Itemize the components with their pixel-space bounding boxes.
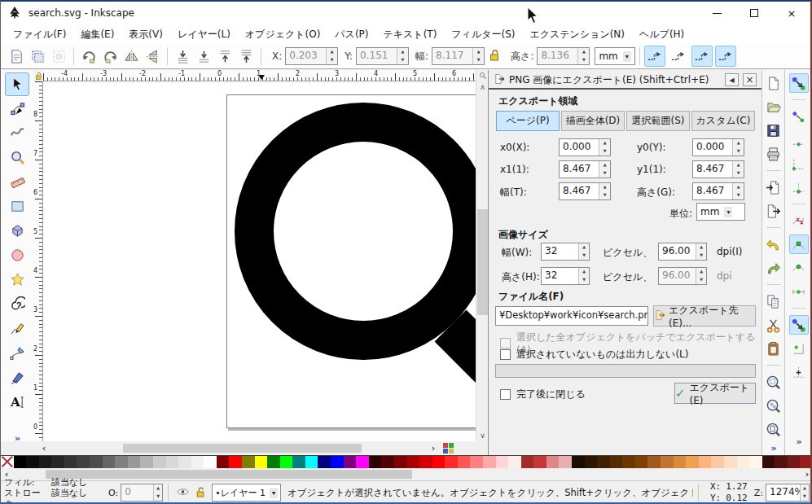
scroll-up-arrow[interactable]: ∧ [476,81,489,93]
spinner-arrows[interactable]: ▲▼ [732,183,744,199]
export-unit-dropdown[interactable]: mm▾ [696,203,745,221]
text-tool[interactable]: A [5,390,29,414]
maximize-button[interactable] [735,2,773,24]
spin-down-icon[interactable]: ▼ [733,147,744,156]
spin-up-icon[interactable]: ▲ [578,48,589,56]
spin-down-icon[interactable]: ▼ [579,252,589,260]
palette-swatch-35[interactable] [445,456,458,468]
palette-swatch-51[interactable] [647,456,661,468]
snap-rotation-center-button[interactable] [789,362,809,382]
rectangle-tool[interactable] [5,195,29,218]
layer-lock-icon[interactable] [195,486,205,500]
print-document-button[interactable] [764,144,783,164]
menu-item-3[interactable]: レイヤー(L) [170,25,238,44]
menu-item-4[interactable]: オブジェクト(O) [238,25,328,44]
area-width-spinner[interactable]: 8.467▲▼ [559,182,611,200]
palette-swatch-10[interactable] [128,456,141,468]
spin-down-icon[interactable]: ▼ [327,56,337,64]
select-all-in-all-layers-button[interactable] [27,46,48,67]
calligraphy-tool[interactable] [5,366,29,389]
box3d-tool[interactable] [5,219,29,243]
snap-cusp-node-button[interactable] [789,234,809,254]
spin-up-icon[interactable]: ▲ [599,139,610,147]
close-when-done-checkbox[interactable]: 完了後に閉じる [500,388,586,401]
spinner-arrows[interactable]: ▲▼ [599,161,610,177]
palette-swatch-18[interactable] [229,456,242,468]
width-spinner[interactable]: 8.117▲▼ [432,47,485,65]
palette-swatch-32[interactable] [407,456,420,468]
palette-swatch-17[interactable] [217,456,230,468]
palette-swatch-19[interactable] [242,456,255,468]
spinner-arrows[interactable]: ▲▼ [397,48,408,64]
palette-swatch-11[interactable] [140,456,153,468]
spin-up-icon[interactable]: ▲ [696,268,706,276]
spinner-arrows[interactable]: ▲▼ [696,243,706,260]
zoom-drawing-button[interactable] [764,396,783,415]
canvas[interactable] [43,81,476,441]
close-dialog-button[interactable]: × [743,73,757,86]
palette-swatch-46[interactable] [585,456,598,468]
menu-item-1[interactable]: 編集(E) [73,25,121,44]
spin-down-icon[interactable]: ▼ [696,276,706,284]
redo-button[interactable] [764,258,783,278]
palette-swatch-22[interactable] [280,456,293,468]
palette-swatch-55[interactable] [699,456,712,468]
spinner-arrows[interactable]: ▲▼ [472,48,484,64]
spin-up-icon[interactable]: ▲ [397,48,408,56]
palette-swatch-38[interactable] [483,456,496,468]
deselect-button[interactable] [48,46,69,67]
palette-swatch-6[interactable] [77,456,90,468]
palette-swatch-39[interactable] [496,456,509,468]
rotate-cw-button[interactable] [99,46,121,67]
palette-swatch-57[interactable] [724,456,737,468]
palette-swatch-52[interactable] [661,456,674,468]
menu-item-8[interactable]: エクステンション(N) [522,25,632,44]
palette-swatch-56[interactable] [711,456,724,468]
quick-zoom-icon[interactable] [476,70,489,81]
menu-item-9[interactable]: ヘルプ(H) [632,25,691,44]
vertical-ruler[interactable]: 876543210 [33,81,43,441]
spin-up-icon[interactable]: ▲ [599,161,610,169]
palette-swatch-26[interactable] [331,456,344,468]
palette-swatch-25[interactable] [318,456,331,468]
palette-swatch-44[interactable] [559,456,572,468]
spin-up-icon[interactable]: ▲ [473,48,484,56]
region-button-2[interactable]: 選択範囲(S) [626,111,690,131]
spin-down-icon[interactable]: ▼ [579,276,589,284]
spin-down-icon[interactable]: ▼ [733,191,744,199]
spin-up-icon[interactable]: ▲ [733,161,744,169]
y-spinner[interactable]: 0.151▲▼ [356,47,409,65]
cms-adjust-icon[interactable] [443,443,454,456]
fill-stroke-indicator[interactable]: フィル:該当なし ストローク:該当なし [4,477,108,504]
palette-swatch-8[interactable] [103,456,116,468]
width-dpi-spinner[interactable]: 96.00▲▼ [658,243,707,261]
paste-button[interactable] [764,339,783,358]
export-button[interactable]: ✓ エクスポート(E) [674,383,756,404]
unit-dropdown[interactable]: mm▾ [595,47,634,65]
palette-scroll-right[interactable]: › [801,468,812,480]
spin-up-icon[interactable]: ▲ [599,183,610,191]
node-tool[interactable] [5,97,29,121]
palette-swatch-48[interactable] [610,456,623,468]
raise-to-top-button[interactable] [235,46,257,67]
palette-swatch-41[interactable] [521,456,534,468]
move-gradients-toggle[interactable] [691,46,713,67]
palette-swatch-28[interactable] [356,456,369,468]
spiral-tool[interactable] [5,292,29,316]
pen-tool[interactable] [5,341,29,365]
palette-swatch-60[interactable] [762,456,775,468]
spinner-arrows[interactable]: ▲▼ [599,139,610,156]
palette-swatch-7[interactable] [90,456,103,468]
select-tool[interactable] [5,72,29,96]
spin-down-icon[interactable]: ▼ [801,493,809,501]
hide-unselected-checkbox[interactable]: 選択されていないものは出力しない(L) [500,348,688,362]
horizontal-scrollbar[interactable]: ‹ › [1,441,488,455]
palette-swatch-61[interactable] [775,456,788,468]
region-button-1[interactable]: 描画全体(D) [561,111,625,131]
spinner-arrows[interactable]: ▲▼ [578,243,589,260]
region-button-3[interactable]: カスタム(C) [691,111,755,131]
snap-overflow-button[interactable]: » [796,436,801,447]
scale-stroke-toggle[interactable] [644,46,665,67]
flip-vertical-button[interactable] [142,46,163,67]
palette-swatch-53[interactable] [674,456,687,468]
